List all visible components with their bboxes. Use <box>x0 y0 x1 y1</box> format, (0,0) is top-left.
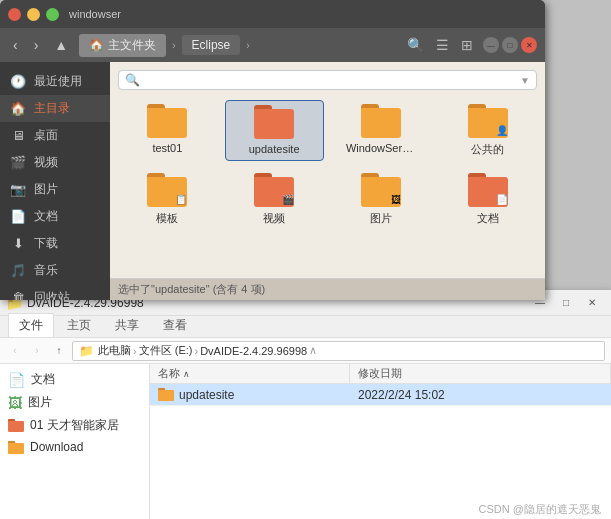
file-label-pictures: 图片 <box>370 211 392 226</box>
forward-btn[interactable]: › <box>29 35 44 55</box>
sidebar-label-download: 下载 <box>34 235 58 252</box>
file-label-windowservices: WindowServices_v2.0.0 <box>346 142 416 154</box>
desktop-icon: 🖥 <box>10 128 26 143</box>
search-icon[interactable]: 🔍 <box>403 35 428 55</box>
ubuntu-status-bar: 选中了"updatesite" (含有 4 项) <box>110 278 545 300</box>
win-sidebar-pics[interactable]: 🖼 图片 <box>0 391 149 414</box>
trash-icon: 🗑 <box>10 290 26 300</box>
home-sidebar-icon: 🏠 <box>10 101 26 116</box>
pics-sidebar-icon: 🖼 <box>8 395 22 411</box>
file-item-test01[interactable]: test01 <box>118 100 217 161</box>
maximize-btn[interactable] <box>46 8 59 21</box>
file-label-documents: 文档 <box>477 211 499 226</box>
file-item-documents[interactable]: 📄 文档 <box>438 169 537 230</box>
forward-nav-btn[interactable]: › <box>28 342 46 360</box>
sidebar-label-recent: 最近使用 <box>34 73 82 90</box>
folder-public-icon: 👤 <box>468 104 508 138</box>
window-controls: — □ ✕ <box>483 37 537 53</box>
home-label: 主文件夹 <box>108 37 156 54</box>
win-sidebar-smart[interactable]: 01 天才智能家居 <box>0 414 149 437</box>
ubuntu-file-manager: windowser ‹ › ▲ 🏠 主文件夹 › Eclipse › 🔍 ☰ ⊞… <box>0 0 545 300</box>
file-label-template: 模板 <box>156 211 178 226</box>
tab-view[interactable]: 查看 <box>152 313 198 337</box>
back-btn[interactable]: ‹ <box>8 35 23 55</box>
tab-file[interactable]: 文件 <box>8 313 54 337</box>
file-item-videos[interactable]: 🎬 视频 <box>225 169 324 230</box>
video-icon: 🎬 <box>10 155 26 170</box>
minimize-ctrl[interactable]: — <box>483 37 499 53</box>
ubuntu-sidebar: 🕐 最近使用 🏠 主目录 🖥 桌面 🎬 视频 📷 图片 📄 文档 <box>0 62 110 300</box>
home-icon: 🏠 <box>89 38 104 52</box>
breadcrumb-arrow2: › <box>246 40 249 51</box>
file-modified: 2022/2/24 15:02 <box>358 388 445 402</box>
up-nav-btn[interactable]: ↑ <box>50 342 68 360</box>
file-cell-name: updatesite <box>150 384 350 405</box>
sidebar-item-music[interactable]: 🎵 音乐 <box>0 257 110 284</box>
search-bar: 🔍 ▼ <box>118 70 537 90</box>
eclipse-breadcrumb[interactable]: Eclipse <box>182 35 241 55</box>
maximize-ctrl[interactable]: □ <box>502 37 518 53</box>
folder-videos-icon: 🎬 <box>254 173 294 207</box>
sidebar-label-doc: 文档 <box>34 208 58 225</box>
ubuntu-title: windowser <box>69 8 121 20</box>
search-input[interactable] <box>144 73 520 87</box>
close-ctrl[interactable]: ✕ <box>521 37 537 53</box>
download-folder-label: Download <box>30 440 83 454</box>
sidebar-label-desktop: 桌面 <box>34 127 58 144</box>
sidebar-item-photo[interactable]: 📷 图片 <box>0 176 110 203</box>
ubuntu-body: 🕐 最近使用 🏠 主目录 🖥 桌面 🎬 视频 📷 图片 📄 文档 <box>0 62 545 300</box>
col-modified[interactable]: 修改日期 <box>350 364 611 383</box>
table-row[interactable]: updatesite 2022/2/24 15:02 <box>150 384 611 406</box>
sidebar-item-video[interactable]: 🎬 视频 <box>0 149 110 176</box>
file-label-test01: test01 <box>152 142 182 154</box>
filelist-header: 名称 ∧ 修改日期 <box>150 364 611 384</box>
address-bar: ‹ › ↑ 📁 此电脑 › 文件区 (E:) › DvAIDE-2.4.29.9… <box>0 338 611 364</box>
sidebar-label-music: 音乐 <box>34 262 58 279</box>
grid-view-icon[interactable]: ⊞ <box>457 35 477 55</box>
close-btn[interactable] <box>8 8 21 21</box>
folder-documents-icon: 📄 <box>468 173 508 207</box>
minimize-btn[interactable] <box>27 8 40 21</box>
file-item-updatesite[interactable]: updatesite <box>225 100 324 161</box>
parent-btn[interactable]: ▲ <box>49 35 73 55</box>
sidebar-label-home: 主目录 <box>34 100 70 117</box>
back-nav-btn[interactable]: ‹ <box>6 342 24 360</box>
win-sidebar-download[interactable]: Download <box>0 437 149 457</box>
folder-test01-icon <box>147 104 187 138</box>
maximize-window-btn[interactable]: □ <box>553 293 579 313</box>
win-sidebar-docs[interactable]: 📄 文档 <box>0 368 149 391</box>
sidebar-item-download[interactable]: ⬇ 下载 <box>0 230 110 257</box>
col-name[interactable]: 名称 ∧ <box>150 364 350 383</box>
sidebar-item-doc[interactable]: 📄 文档 <box>0 203 110 230</box>
file-item-pictures[interactable]: 🖼 图片 <box>332 169 431 230</box>
tab-share[interactable]: 共享 <box>104 313 150 337</box>
docs-sidebar-label: 文档 <box>31 371 55 388</box>
doc-icon: 📄 <box>10 209 26 224</box>
watermark-text: CSDN @隐居的遮天恶鬼 <box>479 503 601 515</box>
sidebar-item-recent[interactable]: 🕐 最近使用 <box>0 68 110 95</box>
search-dropdown-btn[interactable]: ▼ <box>520 75 530 86</box>
col-name-label: 名称 <box>158 366 180 381</box>
folder-pictures-icon: 🖼 <box>361 173 401 207</box>
file-grid: test01 updatesite WindowServ <box>118 100 537 230</box>
close-window-btn[interactable]: ✕ <box>579 293 605 313</box>
sidebar-item-desktop[interactable]: 🖥 桌面 <box>0 122 110 149</box>
home-breadcrumb[interactable]: 🏠 主文件夹 <box>79 34 166 57</box>
file-item-template[interactable]: 📋 模板 <box>118 169 217 230</box>
selection-status: 选中了"updatesite" (含有 4 项) <box>118 283 265 295</box>
path-part2: 文件区 (E:) <box>139 343 193 358</box>
file-label-videos: 视频 <box>263 211 285 226</box>
sidebar-item-trash[interactable]: 🗑 回收站 <box>0 284 110 300</box>
view-controls: 🔍 ☰ ⊞ <box>403 35 477 55</box>
sidebar-item-home[interactable]: 🏠 主目录 <box>0 95 110 122</box>
address-path[interactable]: 📁 此电脑 › 文件区 (E:) › DvAIDE-2.4.29.96998 ∧ <box>72 341 605 361</box>
recent-icon: 🕐 <box>10 74 26 89</box>
win-file-list: 名称 ∧ 修改日期 updatesite 2022/2/24 15:02 <box>150 364 611 519</box>
list-view-icon[interactable]: ☰ <box>432 35 453 55</box>
tab-home[interactable]: 主页 <box>56 313 102 337</box>
file-item-public[interactable]: 👤 公共的 <box>438 100 537 161</box>
file-item-windowservices[interactable]: WindowServices_v2.0.0 <box>332 100 431 161</box>
photo-icon: 📷 <box>10 182 26 197</box>
sidebar-label-video: 视频 <box>34 154 58 171</box>
download-folder-icon <box>8 441 24 454</box>
